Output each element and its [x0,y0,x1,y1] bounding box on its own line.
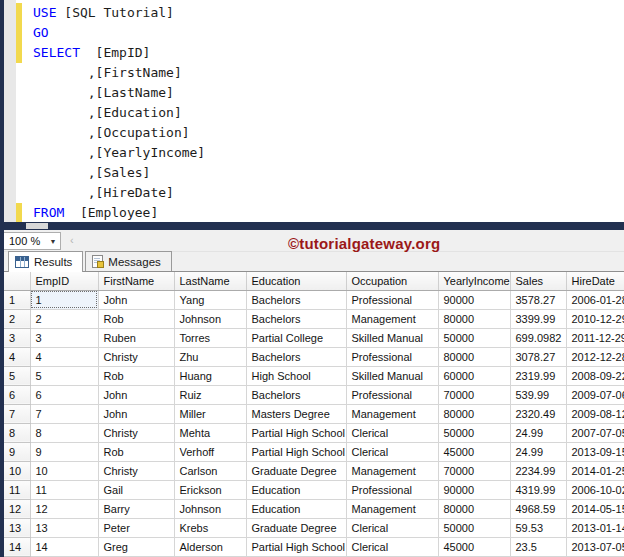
column-header-sales[interactable]: Sales [510,272,566,290]
row-header[interactable]: 8 [4,423,30,442]
cell-yearlyincome[interactable]: 45000 [438,537,510,556]
cell-occupation[interactable]: Clerical [346,537,438,556]
cell-yearlyincome[interactable]: 70000 [438,461,510,480]
grid-corner-cell[interactable] [4,272,30,290]
cell-sales[interactable]: 2234.99 [510,461,566,480]
code-line[interactable]: ,[LastName] [0,83,624,103]
cell-empid[interactable]: 12 [30,499,98,518]
cell-hiredate[interactable]: 2006-10-02 [566,480,624,499]
cell-occupation[interactable]: Clerical [346,442,438,461]
cell-empid[interactable]: 3 [30,328,98,347]
cell-firstname[interactable]: Christy [98,423,174,442]
code-line[interactable]: ,[FirstName] [0,63,624,83]
cell-firstname[interactable]: Rob [98,309,174,328]
cell-lastname[interactable]: Zhu [174,347,246,366]
cell-hiredate[interactable]: 2008-09-22 [566,366,624,385]
code-line[interactable]: ,[Sales] [0,163,624,183]
row-header[interactable]: 12 [4,499,30,518]
row-header[interactable]: 14 [4,537,30,556]
cell-firstname[interactable]: John [98,385,174,404]
code-line[interactable]: GO [0,23,624,43]
cell-yearlyincome[interactable]: 80000 [438,404,510,423]
cell-lastname[interactable]: Erickson [174,480,246,499]
cell-education[interactable]: Education [246,480,346,499]
cell-education[interactable]: Partial College [246,328,346,347]
row-header[interactable]: 4 [4,347,30,366]
cell-lastname[interactable]: Huang [174,366,246,385]
cell-education[interactable]: Partial High School [246,442,346,461]
row-header[interactable]: 13 [4,518,30,537]
column-header-firstname[interactable]: FirstName [98,272,174,290]
column-header-empid[interactable]: EmpID [30,272,98,290]
code-line[interactable]: FROM [Employee] [0,203,624,222]
cell-yearlyincome[interactable]: 50000 [438,518,510,537]
cell-sales[interactable]: 24.99 [510,423,566,442]
cell-firstname[interactable]: Barry [98,499,174,518]
zoom-level-dropdown[interactable]: 100 % ▼ [3,232,61,250]
cell-empid[interactable]: 14 [30,537,98,556]
tab-results[interactable]: Results [8,251,83,272]
cell-occupation[interactable]: Professional [346,347,438,366]
row-header[interactable]: 1 [4,290,30,309]
cell-yearlyincome[interactable]: 45000 [438,442,510,461]
cell-hiredate[interactable]: 2013-07-05 [566,537,624,556]
cell-occupation[interactable]: Management [346,499,438,518]
cell-hiredate[interactable]: 2013-09-15 [566,442,624,461]
cell-education[interactable]: Partial High School [246,537,346,556]
code-line[interactable]: ,[YearlyIncome] [0,143,624,163]
cell-education[interactable]: Education [246,499,346,518]
cell-lastname[interactable]: Torres [174,328,246,347]
cell-occupation[interactable]: Clerical [346,518,438,537]
cell-empid[interactable]: 11 [30,480,98,499]
column-header-occupation[interactable]: Occupation [346,272,438,290]
cell-firstname[interactable]: John [98,404,174,423]
row-header[interactable]: 5 [4,366,30,385]
scroll-left-icon[interactable]: ‹ [70,234,74,246]
row-header[interactable]: 6 [4,385,30,404]
cell-education[interactable]: Bachelors [246,347,346,366]
cell-yearlyincome[interactable]: 90000 [438,480,510,499]
cell-yearlyincome[interactable]: 90000 [438,290,510,309]
cell-sales[interactable]: 3399.99 [510,309,566,328]
cell-yearlyincome[interactable]: 80000 [438,309,510,328]
cell-lastname[interactable]: Yang [174,290,246,309]
cell-education[interactable]: High School [246,366,346,385]
code-line[interactable]: ,[Education] [0,103,624,123]
column-header-lastname[interactable]: LastName [174,272,246,290]
cell-occupation[interactable]: Management [346,404,438,423]
cell-empid[interactable]: 1 [30,290,98,309]
cell-occupation[interactable]: Professional [346,480,438,499]
column-header-yearlyincome[interactable]: YearlyIncome [438,272,510,290]
row-header[interactable]: 7 [4,404,30,423]
cell-occupation[interactable]: Management [346,309,438,328]
cell-firstname[interactable]: Gail [98,480,174,499]
cell-sales[interactable]: 2319.99 [510,366,566,385]
scrollbar-thumb[interactable] [26,223,48,229]
cell-firstname[interactable]: John [98,290,174,309]
cell-yearlyincome[interactable]: 50000 [438,328,510,347]
cell-sales[interactable]: 23.5 [510,537,566,556]
code-line[interactable]: ,[HireDate] [0,183,624,203]
row-header[interactable]: 9 [4,442,30,461]
cell-empid[interactable]: 9 [30,442,98,461]
cell-empid[interactable]: 10 [30,461,98,480]
row-header[interactable]: 11 [4,480,30,499]
cell-lastname[interactable]: Johnson [174,499,246,518]
cell-empid[interactable]: 4 [30,347,98,366]
cell-sales[interactable]: 3578.27 [510,290,566,309]
cell-firstname[interactable]: Rob [98,366,174,385]
cell-empid[interactable]: 5 [30,366,98,385]
sql-code[interactable]: USE [SQL Tutorial]GOSELECT [EmpID] ,[Fir… [0,3,624,222]
tab-messages[interactable]: Messages [85,251,171,271]
cell-education[interactable]: Graduate Degree [246,461,346,480]
cell-yearlyincome[interactable]: 60000 [438,366,510,385]
cell-sales[interactable]: 59.53 [510,518,566,537]
cell-empid[interactable]: 8 [30,423,98,442]
cell-firstname[interactable]: Ruben [98,328,174,347]
cell-firstname[interactable]: Rob [98,442,174,461]
cell-sales[interactable]: 2320.49 [510,404,566,423]
cell-yearlyincome[interactable]: 80000 [438,347,510,366]
cell-empid[interactable]: 6 [30,385,98,404]
cell-sales[interactable]: 699.0982 [510,328,566,347]
sql-editor[interactable]: USE [SQL Tutorial]GOSELECT [EmpID] ,[Fir… [0,0,624,222]
